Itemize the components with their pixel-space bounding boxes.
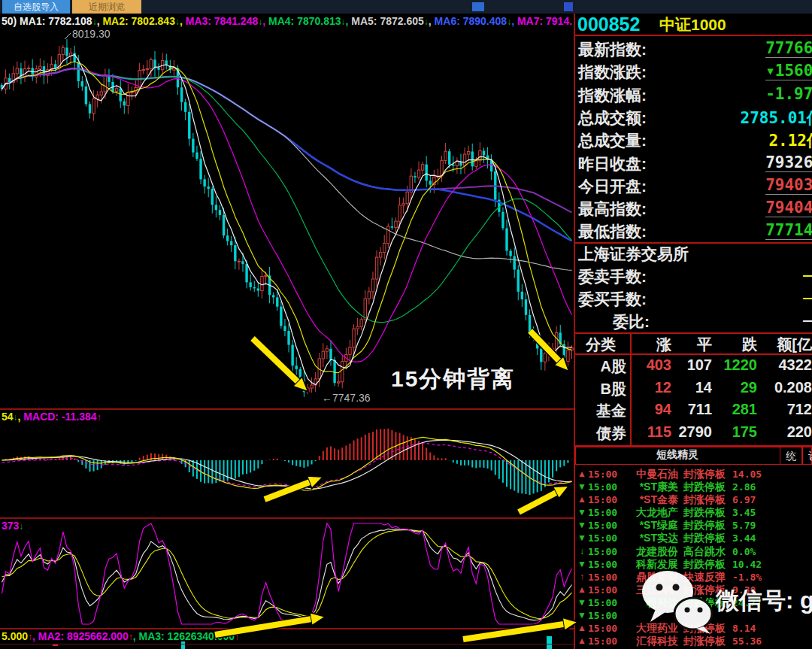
trading-terminal: 自选股导入 近期浏览 50) MA1: 7782.108↓, MA2: 7802…	[0, 0, 812, 649]
alert-time: 15:00	[588, 519, 621, 532]
quote-label: 昨日收盘:	[578, 153, 647, 174]
table-header-cell: 额[亿	[759, 335, 812, 355]
alert-direction-icon: ▲	[576, 584, 588, 596]
wechat-icon	[641, 569, 713, 635]
alert-time: 15:00	[588, 622, 621, 635]
alert-row[interactable]: ▲15:00汇得科技封涨停板55.36	[576, 635, 812, 647]
quote-row: 今日开盘:794038	[578, 174, 812, 196]
quote-row: 最低指数:777142	[578, 219, 812, 241]
alert-stock-name: 汇得科技	[621, 635, 678, 647]
alert-time: 15:00	[588, 584, 621, 596]
alert-value: 14.05	[732, 468, 762, 481]
price-chart-canvas[interactable]	[0, 14, 574, 649]
alert-value: 0.0%	[732, 545, 756, 558]
alert-row[interactable]: ▼15:00*ST实达封跌停板3.44	[576, 532, 812, 544]
table-cell: 220	[759, 423, 812, 441]
sprite-title: 短线精灵	[576, 448, 779, 462]
sprite-header-bar: 短线精灵 统 设	[575, 447, 812, 465]
index-name: 中证1000	[659, 15, 726, 35]
quote-row: 指数涨幅:-1.97%	[578, 83, 812, 105]
alert-direction-icon: ▼	[576, 481, 588, 493]
alert-direction-icon: ▼	[576, 609, 588, 622]
table-header-cell: 涨	[628, 335, 671, 355]
table-cell: 0.208	[759, 379, 812, 396]
alert-time: 15:00	[588, 493, 621, 506]
panel-divider	[575, 353, 812, 355]
quote-row: 总成交额:2785.01亿	[578, 105, 812, 128]
alert-direction-icon: ▼	[576, 558, 588, 571]
alert-row[interactable]: ▼15:00大龙地产封跌停板3.45	[576, 506, 812, 519]
quote-value: 777142	[765, 221, 812, 240]
exchange-value: —	[803, 289, 812, 306]
quote-row: 最新指数:777661	[578, 37, 812, 59]
quote-label: 最高指数:	[578, 199, 647, 220]
sprite-stats-button[interactable]: 统	[780, 447, 802, 465]
ma-value: MA4: 7870.813	[268, 15, 341, 27]
alert-event: 封跌停板	[683, 481, 726, 493]
table-cell: 281	[714, 401, 757, 418]
toolbar-icon[interactable]	[472, 2, 484, 11]
alert-time: 15:00	[588, 468, 621, 481]
table-cell: 29	[714, 379, 757, 396]
pane-divider	[0, 517, 574, 519]
alert-direction-icon: ▼	[576, 532, 588, 544]
quote-label: 总成交额:	[578, 108, 647, 129]
quote-value: 777661	[765, 39, 812, 58]
kdj-pane-label: 373↓	[2, 520, 23, 532]
table-cell: 107	[673, 356, 712, 374]
quote-value: 793266	[765, 153, 812, 172]
alert-time: 15:00	[588, 635, 621, 647]
alert-direction-icon: ▼	[576, 519, 588, 532]
wechat-watermark: 微信号: gkj322	[641, 569, 812, 636]
table-cell: 14	[673, 379, 712, 396]
alert-event: 高台跳水	[683, 545, 726, 558]
panel-divider	[575, 35, 812, 36]
ma-value: MA1: 7782.108	[17, 15, 92, 27]
alert-row[interactable]: ↓15:00龙建股份高台跳水0.0%	[576, 545, 812, 558]
tab-recent-browse[interactable]: 近期浏览	[72, 0, 141, 14]
alert-row[interactable]: ▼15:00*ST绿庭封跌停板5.79	[576, 519, 812, 532]
exchange-label: 委比:	[613, 311, 650, 332]
sprite-settings-button[interactable]: 设	[802, 447, 812, 465]
alert-time: 15:00	[588, 609, 621, 622]
pane-divider	[0, 644, 574, 644]
quote-row: 指数涨跌:▾15605	[578, 59, 812, 82]
exchange-row: 委卖手数:—	[578, 265, 812, 286]
top-tab-bar: 自选股导入 近期浏览	[0, 0, 812, 14]
alert-value: 5.79	[732, 519, 756, 532]
table-cell: 94	[628, 401, 671, 418]
pane-divider	[0, 408, 574, 410]
quote-row: 总成交量:2.12亿	[578, 128, 812, 150]
table-cell: 712	[759, 401, 812, 418]
alert-event: 封涨停板	[683, 635, 726, 647]
tab-import-watchlist[interactable]: 自选股导入	[2, 0, 70, 14]
alert-event: 封跌停板	[683, 519, 726, 532]
table-header-cell: 平	[673, 335, 712, 355]
alert-stock-name: *ST实达	[621, 532, 678, 544]
quote-value: 794038	[765, 176, 812, 195]
alert-value: 3.45	[732, 506, 756, 519]
alert-row[interactable]: ▼15:00*ST康美封跌停板2.86	[576, 481, 812, 493]
table-cell: 12	[628, 379, 671, 396]
table-header-cell: 分类	[575, 335, 626, 355]
quote-value: ▾15605	[765, 62, 812, 80]
quote-label: 最低指数:	[578, 221, 647, 242]
alert-direction-icon: ▼	[576, 596, 588, 609]
alert-time: 15:00	[588, 532, 621, 544]
toolbar-icon[interactable]	[564, 2, 573, 11]
table-cell: 403	[628, 356, 671, 374]
table-cell: 2790	[673, 423, 712, 441]
alert-value: 6.97	[732, 493, 756, 506]
alert-row[interactable]: ▲15:00中曼石油封涨停板14.05	[576, 468, 812, 481]
alert-row[interactable]: ▲15:00*ST金泰封涨停板6.97	[576, 493, 812, 506]
quote-row: 最高指数:794043	[578, 196, 812, 219]
exchange-value: —	[803, 266, 812, 284]
table-header-cell: 跌	[714, 335, 757, 355]
alert-stock-name: *ST康美	[621, 481, 678, 493]
quote-label: 指数涨幅:	[578, 85, 647, 106]
alert-direction-icon: ▼	[576, 506, 588, 519]
high-price-label: 8019.30	[72, 28, 111, 40]
watermark-text: 微信号: gkj322	[716, 585, 812, 617]
alert-stock-name: 中曼石油	[621, 468, 678, 481]
alert-direction-icon: ▲	[576, 468, 588, 481]
